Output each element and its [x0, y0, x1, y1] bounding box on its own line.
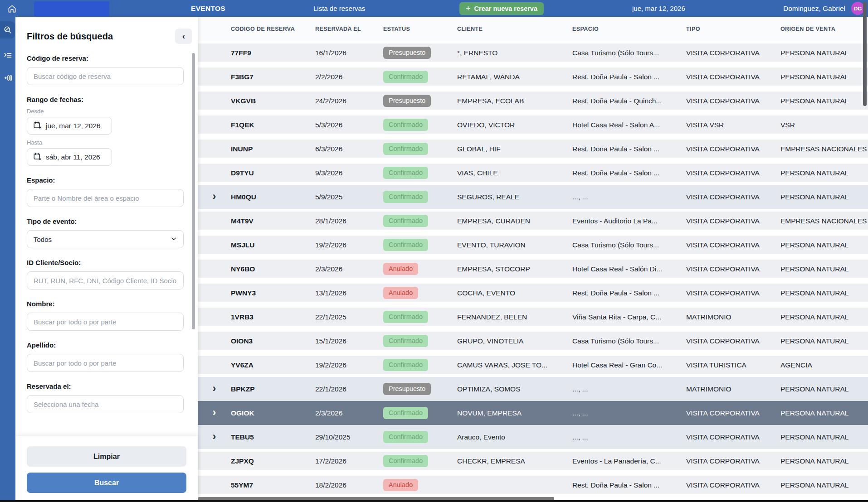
reservation-code: TEBU5 — [231, 433, 315, 441]
expand-chevron-icon[interactable]: › — [213, 384, 216, 394]
status-badge: Confirmado — [383, 359, 428, 371]
sale-origin: PERSONA NATURAL — [780, 313, 868, 321]
apellido-input[interactable] — [27, 354, 184, 372]
space-name: Rest. Doña Paula - Salon ... — [572, 169, 686, 177]
sale-origin: PERSONA NATURAL — [780, 337, 868, 345]
space-name: Eventos - La Panadería, C... — [572, 457, 686, 465]
event-type: VISITA CORPORATIVA — [686, 481, 780, 489]
sale-origin: PERSONA NATURAL — [780, 457, 868, 465]
rail-item-search-reservations[interactable] — [0, 21, 15, 39]
list-icon — [3, 51, 12, 60]
rail-item-reservation-list[interactable] — [0, 47, 15, 64]
nombre-input[interactable] — [27, 313, 184, 331]
sale-origin: PERSONA NATURAL — [780, 289, 868, 297]
reservation-code: F3BG7 — [231, 73, 315, 81]
table-row[interactable]: › 77FF9 16/1/2026 Presupuesto *, ERNESTO… — [198, 41, 868, 65]
expand-chevron-icon[interactable]: › — [213, 192, 216, 202]
table-row[interactable]: › 55YM7 18/2/2026 Anulado Rest. Doña Pau… — [198, 473, 868, 497]
client-name: OVIEDO, VICTOR — [457, 121, 572, 129]
header-espacio[interactable]: ESPACIO — [572, 26, 686, 32]
sale-origin: PERSONA NATURAL — [780, 73, 868, 81]
collapse-panel-button[interactable]: ‹ — [175, 29, 192, 44]
table-row[interactable]: › OGIOK 2/3/2026 Confirmado NOVUM, EMPRE… — [198, 401, 868, 425]
table-row[interactable]: › NY6BO 2/3/2026 Anulado EMPRESA, STOCOR… — [198, 257, 868, 281]
table-row[interactable]: › M4T9V 28/1/2026 Confirmado EMPRESA, CU… — [198, 209, 868, 233]
desde-date-button[interactable]: jue, mar 12, 2026 — [27, 117, 112, 135]
reserved-date: 16/1/2026 — [315, 49, 383, 57]
sale-origin: PERSONA NATURAL — [780, 97, 868, 105]
reservation-code: 77FF9 — [231, 49, 315, 57]
reserved-date: 19/2/2026 — [315, 361, 383, 369]
status-badge: Confirmado — [383, 455, 428, 467]
space-name: Rest. Doña Paula - Salon ... — [572, 481, 686, 489]
reserved-date: 22/1/2025 — [315, 313, 383, 321]
header-cliente[interactable]: CLIENTE — [457, 26, 572, 32]
search-button[interactable]: Buscar — [27, 473, 186, 493]
clear-filters-button[interactable]: Limpiar — [27, 446, 186, 467]
space-name: Viña Santa Rita - Carpa, C... — [572, 313, 686, 321]
table-row[interactable]: › VKGVB 24/2/2026 Presupuesto EMPRESA, E… — [198, 89, 868, 113]
space-name: ..., ... — [572, 433, 686, 441]
hasta-date-button[interactable]: sáb, abr 11, 2026 — [27, 148, 112, 166]
event-type: VISITA CORPORATIVA — [686, 337, 780, 345]
reservada-el-label: Reservada el: — [27, 382, 183, 390]
header-tipo[interactable]: TIPO — [686, 26, 780, 32]
event-type: VISITA CORPORATIVA — [686, 217, 780, 225]
table-row[interactable]: › F3BG7 2/2/2026 Confirmado RETAMAL, WAN… — [198, 65, 868, 89]
sale-origin: PERSONA NATURAL — [780, 169, 868, 177]
table-row[interactable]: › INUNP 6/3/2026 Confirmado GLOBAL, HIF … — [198, 137, 868, 161]
desde-value: jue, mar 12, 2026 — [46, 122, 101, 130]
table-row[interactable]: › PWNY3 13/1/2026 Anulado COCHA, EVENTO … — [198, 281, 868, 305]
event-type: VISITA CORPORATIVA — [686, 433, 780, 441]
client-name: CAMUS VARAS, JOSE TO... — [457, 361, 572, 369]
table-row[interactable]: › D9TYU 9/3/2026 Confirmado VIAS, CHILE … — [198, 161, 868, 185]
client-name: *, ERNESTO — [457, 49, 572, 57]
table-row[interactable]: › MSJLU 19/2/2026 Confirmado EVENTO, TUR… — [198, 233, 868, 257]
header-estatus[interactable]: ESTATUS — [383, 26, 457, 32]
sale-origin: AGENCIA — [780, 361, 868, 369]
event-type: VISITA CORPORATIVA — [686, 97, 780, 105]
espacio-input[interactable] — [27, 189, 184, 207]
sale-origin: PERSONA NATURAL — [780, 385, 868, 393]
filters-title: Filtros de búsqueda — [27, 31, 113, 42]
desde-label: Desde — [27, 108, 183, 115]
table-vertical-scrollbar[interactable] — [863, 2, 867, 106]
table-row[interactable]: › F1QEK 5/3/2026 Confirmado OVIEDO, VICT… — [198, 113, 868, 137]
table-row[interactable]: › HM0QU 5/9/2025 Confirmado SEGUROS, REA… — [198, 185, 868, 209]
header-codigo[interactable]: CODIGO DE RESERVA — [231, 26, 315, 32]
event-type: VISITA TURISTICA — [686, 361, 780, 369]
reservation-code: ZJPXQ — [231, 457, 315, 465]
table-row[interactable]: › YV6ZA 19/2/2026 Confirmado CAMUS VARAS… — [198, 353, 868, 377]
expand-chevron-icon[interactable]: › — [213, 408, 216, 418]
codigo-label: Código de reserva: — [27, 54, 183, 62]
sale-origin: PERSONA NATURAL — [780, 193, 868, 201]
client-name: COCHA, EVENTO — [457, 289, 572, 297]
reservation-code: HM0QU — [231, 193, 315, 201]
table-row[interactable]: › ZJPXQ 17/2/2026 Confirmado CHECKR, EMP… — [198, 449, 868, 473]
rango-label: Rango de fechas: — [27, 96, 183, 103]
reservada-el-input[interactable] — [27, 395, 184, 413]
space-name: ..., ... — [572, 193, 686, 201]
tipo-evento-value: Todos — [34, 236, 52, 243]
id-cliente-input[interactable] — [27, 271, 184, 290]
expand-chevron-icon[interactable]: › — [213, 432, 216, 442]
status-badge: Confirmado — [383, 191, 428, 203]
header-origen[interactable]: ORIGEN DE VENTA — [780, 26, 868, 32]
status-badge: Confirmado — [383, 335, 428, 347]
reserved-date: 17/2/2026 — [315, 457, 383, 465]
panel-scrollbar[interactable] — [192, 53, 195, 329]
codigo-input[interactable] — [27, 67, 184, 85]
table-row[interactable]: › OION3 15/1/2026 Confirmado GRUPO, VINO… — [198, 329, 868, 353]
table-row[interactable]: › TEBU5 29/10/2025 Confirmado Arauco, Ev… — [198, 425, 868, 449]
create-reservation-button[interactable]: + Crear nueva reserva — [459, 2, 544, 15]
sale-origin: PERSONA NATURAL — [780, 241, 868, 249]
home-icon[interactable] — [5, 2, 18, 15]
table-row[interactable]: › 1VRB3 22/1/2025 Confirmado FERNANDEZ, … — [198, 305, 868, 329]
tipo-evento-select[interactable]: Todos — [27, 230, 184, 248]
header-reservada[interactable]: RESERVADA EL — [315, 26, 383, 32]
table-row[interactable]: › BPKZP 22/1/2026 Presupuesto OPTIMIZA, … — [198, 377, 868, 401]
logo-placeholder — [34, 1, 109, 16]
rail-item-add-columns[interactable] — [0, 69, 15, 87]
avatar[interactable]: DG — [851, 2, 864, 15]
space-name: Rest. Doña Paula - Salon ... — [572, 73, 686, 81]
